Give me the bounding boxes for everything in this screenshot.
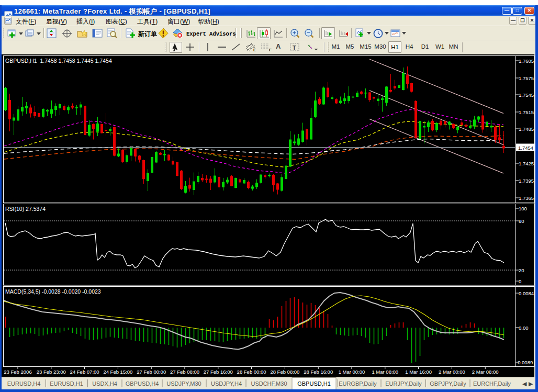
svg-text:▶: ▶: [529, 380, 533, 387]
svg-text:T: T: [293, 44, 296, 51]
svg-text:1.7605: 1.7605: [519, 58, 534, 64]
svg-text:1.7515: 1.7515: [519, 109, 534, 115]
svg-text:MACD(5,34,5) -0.0028 -0.0020 -: MACD(5,34,5) -0.0028 -0.0020 -0.0023: [5, 288, 101, 295]
svg-text:2 Mar 00:00: 2 Mar 00:00: [439, 369, 465, 375]
svg-text:USDX,H4: USDX,H4: [92, 380, 117, 387]
svg-text:-0.0089: -0.0089: [516, 360, 533, 365]
svg-text:1.7575: 1.7575: [519, 75, 534, 81]
svg-text:28 Feb 00:00: 28 Feb 00:00: [237, 369, 266, 375]
svg-text:USDJPY,H4: USDJPY,H4: [211, 380, 242, 387]
svg-text:1.7454: 1.7454: [518, 145, 533, 151]
svg-text:0.0084: 0.0084: [519, 290, 534, 296]
svg-text:1.7545: 1.7545: [519, 92, 534, 98]
svg-text:0: 0: [519, 278, 521, 284]
svg-text:27 Feb 16:00: 27 Feb 16:00: [204, 369, 233, 375]
svg-text:GBPUSD,H1: GBPUSD,H1: [297, 380, 331, 387]
svg-text:GBPUSD,H4: GBPUSD,H4: [126, 380, 159, 387]
svg-text:EURGBP,Daily: EURGBP,Daily: [339, 380, 377, 387]
svg-text:100: 100: [519, 206, 527, 211]
svg-text:1.7365: 1.7365: [519, 195, 534, 201]
svg-text:24 Feb 07:00: 24 Feb 07:00: [70, 369, 99, 375]
svg-text:1.7395: 1.7395: [519, 178, 534, 184]
svg-text:28 Feb 08:00: 28 Feb 08:00: [270, 369, 299, 375]
svg-text:1 Mar 00:00: 1 Mar 00:00: [339, 369, 365, 375]
svg-text:EURUSD,H4: EURUSD,H4: [7, 380, 41, 387]
svg-text:E: E: [253, 48, 256, 52]
svg-text:EURUSD,H1: EURUSD,H1: [50, 380, 83, 387]
svg-text:0.00: 0.00: [519, 325, 529, 331]
svg-text:28 Feb 16:00: 28 Feb 16:00: [304, 369, 333, 375]
svg-text:GBPJPY,Daily: GBPJPY,Daily: [430, 380, 466, 387]
svg-text:1 Mar 08:00: 1 Mar 08:00: [372, 369, 398, 375]
svg-text:24 Feb 15:00: 24 Feb 15:00: [103, 369, 132, 375]
svg-text:1.7425: 1.7425: [519, 161, 534, 166]
svg-text:EURJPY,Daily: EURJPY,Daily: [385, 380, 422, 387]
svg-text:2 Mar 08:00: 2 Mar 08:00: [472, 369, 499, 375]
svg-text:RSI(10) 27.5374: RSI(10) 27.5374: [5, 206, 46, 212]
svg-text:27 Feb 08:00: 27 Feb 08:00: [170, 369, 199, 375]
svg-text:27 Feb 00:00: 27 Feb 00:00: [137, 369, 166, 375]
svg-text:80: 80: [519, 218, 524, 224]
svg-text:1 Mar 16:00: 1 Mar 16:00: [405, 369, 432, 375]
svg-text:20: 20: [519, 267, 524, 273]
svg-text:GBPUSD,H1 1.7458 1.7458 1.744: GBPUSD,H1 1.7458 1.7458 1.7445 1.7454: [5, 58, 112, 64]
svg-text:USDCHF,M30: USDCHF,M30: [251, 380, 287, 387]
svg-text:23 Feb 23:00: 23 Feb 23:00: [37, 369, 66, 375]
svg-text:EURCHF,Daily: EURCHF,Daily: [473, 380, 511, 387]
svg-text:F: F: [269, 48, 272, 52]
svg-text:23 Feb 2006: 23 Feb 2006: [4, 369, 31, 375]
svg-text:◀: ◀: [522, 380, 527, 387]
svg-text:USDJPY,M30: USDJPY,M30: [166, 380, 201, 387]
svg-text:1.7485: 1.7485: [519, 126, 534, 132]
